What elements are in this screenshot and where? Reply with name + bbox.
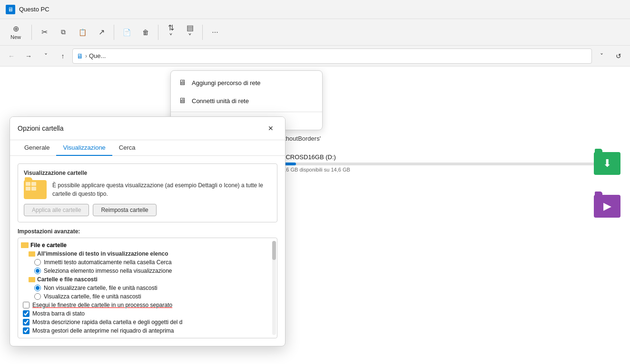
apply-to-folders-button[interactable]: Applica alle cartelle [24, 204, 89, 216]
thumb-cell-3 [26, 187, 30, 191]
dialog-titlebar: Opzioni cartella ✕ [10, 117, 285, 140]
checkbox-finestre-input[interactable] [23, 302, 30, 308]
scrollbar-track [272, 241, 276, 335]
checkbox-barra-stato-input[interactable] [23, 310, 30, 317]
folder-view-row: È possibile applicare questa visualizzaz… [24, 180, 271, 199]
checkbox-gestori-anteprime[interactable]: Mostra gestori delle anteprime nel riqua… [21, 326, 267, 335]
close-icon: ✕ [268, 125, 274, 132]
dialog-overlay: Opzioni cartella ✕ Generale Visualizzazi… [0, 0, 630, 364]
folder-thumb-grid [26, 182, 36, 191]
radio-non-visualizzare[interactable]: Non visualizzare cartelle, file e unità … [21, 284, 267, 292]
radio-seleziona-label: Seleziona elemento immesso nella visuali… [44, 268, 172, 274]
apply-btns: Applica alle cartelle Reimposta cartelle [24, 204, 271, 216]
radio-immetti-label: Immetti testo automaticamente nella case… [44, 259, 172, 266]
tree-sub-immissione: All'immissione di testo in visualizzazio… [21, 249, 267, 258]
radio-non-visualizzare-input[interactable] [34, 285, 41, 291]
advanced-settings: Impostazioni avanzate: File e cartelle A… [18, 228, 277, 338]
dialog-body: Visualizzazione cartelle È possibile app… [10, 156, 285, 346]
reset-folders-button[interactable]: Reimposta cartelle [93, 204, 156, 216]
radio-visualizza-input[interactable] [34, 293, 41, 300]
tree-list[interactable]: File e cartelle All'immissione di testo … [18, 238, 277, 338]
radio-visualizza-nascosti[interactable]: Visualizza cartelle, file e unità nascos… [21, 292, 267, 301]
dialog-close-button[interactable]: ✕ [264, 122, 277, 135]
checkbox-descrizione-rapida[interactable]: Mostra descrizione rapida della cartella… [21, 318, 267, 326]
group-label-file-cartelle: File e cartelle [30, 242, 67, 249]
thumb-cell-4 [31, 187, 36, 191]
thumb-cell-2 [31, 182, 36, 186]
dialog-tabs: Generale Visualizzazione Cerca [10, 140, 285, 156]
sub-label-nascosti: Cartelle e file nascosti [37, 276, 98, 283]
tab-cerca-label: Cerca [119, 144, 136, 151]
dialog-options: Opzioni cartella ✕ Generale Visualizzazi… [10, 116, 285, 346]
checkbox-finestre-separate[interactable]: Esegui le finestre delle cartelle in un … [21, 301, 267, 309]
folder-sm-icon-1 [21, 242, 29, 248]
radio-seleziona-elemento[interactable]: Seleziona elemento immesso nella visuali… [21, 267, 267, 275]
radio-visualizza-label: Visualizza cartelle, file e unità nascos… [44, 293, 141, 300]
folder-sm-icon-2 [29, 251, 35, 257]
folder-thumb [24, 180, 47, 199]
dialog-title: Opzioni cartella [18, 125, 64, 132]
tree-group-file-cartelle: File e cartelle [21, 241, 267, 249]
checkbox-finestre-label: Esegui le finestre delle cartelle in un … [32, 302, 172, 308]
sub-label-immissione: All'immissione di testo in visualizzazio… [37, 250, 168, 257]
folder-sm-icon-3 [29, 277, 35, 282]
tab-visualizzazione-label: Visualizzazione [63, 144, 105, 151]
checkbox-descrizione-label: Mostra descrizione rapida della cartella… [32, 319, 183, 326]
scrollbar-thumb[interactable] [272, 241, 276, 260]
radio-immetti-testo[interactable]: Immetti testo automaticamente nella case… [21, 258, 267, 267]
checkbox-gestori-input[interactable] [23, 327, 30, 334]
thumb-cell-1 [26, 182, 30, 186]
tab-visualizzazione[interactable]: Visualizzazione [56, 140, 112, 156]
folder-view-section: Visualizzazione cartelle È possibile app… [18, 163, 277, 222]
advanced-label: Impostazioni avanzate: [18, 228, 277, 235]
radio-non-visualizzare-label: Non visualizzare cartelle, file e unità … [44, 285, 158, 291]
checkbox-barra-stato[interactable]: Mostra barra di stato [21, 309, 267, 318]
tab-generale[interactable]: Generale [18, 140, 56, 156]
radio-seleziona-input[interactable] [34, 268, 41, 274]
checkbox-barra-stato-label: Mostra barra di stato [32, 310, 85, 317]
checkbox-gestori-label: Mostra gestori delle anteprime nel riqua… [32, 327, 174, 334]
tab-cerca[interactable]: Cerca [112, 140, 142, 156]
folder-view-title: Visualizzazione cartelle [24, 170, 271, 176]
checkbox-descrizione-input[interactable] [23, 319, 30, 326]
tree-sub-nascosti: Cartelle e file nascosti [21, 275, 267, 284]
folder-view-desc: È possibile applicare questa visualizzaz… [52, 181, 271, 198]
tab-generale-label: Generale [24, 144, 49, 151]
radio-immetti-input[interactable] [34, 259, 41, 266]
